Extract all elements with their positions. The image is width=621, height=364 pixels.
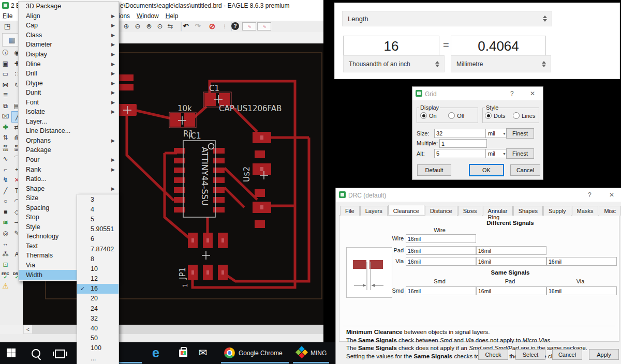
tab-annular-ring[interactable]: Annular Ring xyxy=(483,206,513,216)
zoom-select-icon[interactable]: ⊜ xyxy=(144,21,154,31)
edge-icon[interactable]: e xyxy=(152,345,159,360)
fab-quote-2-icon[interactable]: ∿ xyxy=(257,22,271,31)
display-off-radio[interactable]: Off xyxy=(448,111,464,119)
close-button[interactable]: ✕ xyxy=(609,191,614,199)
horizontal-scrollbar[interactable]: < xyxy=(23,325,323,334)
stop-icon[interactable]: ⊘ xyxy=(207,21,217,31)
context-menu-item-dunit[interactable]: Dunit▶ xyxy=(19,88,119,98)
zoom-redraw-icon[interactable]: ⊙ xyxy=(155,21,165,31)
layers-icon[interactable]: ▣ xyxy=(0,58,11,69)
context-menu-item-ratio[interactable]: Ratio... xyxy=(19,174,119,184)
clearance-smd-via-input[interactable]: 16mil xyxy=(546,286,617,295)
width-option-6[interactable]: 6 xyxy=(77,234,119,244)
task-view-icon[interactable] xyxy=(55,350,65,358)
context-menu-item-rank[interactable]: Rank▶ xyxy=(19,164,119,174)
context-menu-item-line-distance[interactable]: Line Distance... xyxy=(19,126,119,136)
clearance-via-via-input[interactable]: 16mil xyxy=(546,257,617,266)
tab-supply[interactable]: Supply xyxy=(543,206,571,216)
tab-misc[interactable]: Misc xyxy=(599,206,621,216)
tab-shapes[interactable]: Shapes xyxy=(513,206,543,216)
style-lines-radio[interactable]: Lines xyxy=(513,111,535,119)
optimize-icon[interactable]: ⌐ xyxy=(0,164,11,175)
start-button[interactable] xyxy=(7,348,16,357)
clearance-smd-pad-input[interactable]: 16mil xyxy=(476,286,546,295)
width-option-24[interactable]: 24 xyxy=(77,304,119,313)
clearance-wire-wire-input[interactable]: 16mil xyxy=(406,234,476,243)
tab-layers[interactable]: Layers xyxy=(360,206,388,216)
grid-dialog-titlebar[interactable]: Grid ? ✕ xyxy=(412,87,543,100)
width-option-4[interactable]: 4 xyxy=(77,204,119,214)
width-option-20[interactable]: 20 xyxy=(77,294,119,304)
context-menu-item-font[interactable]: Font▶ xyxy=(19,97,119,107)
size-input[interactable]: 32 xyxy=(434,129,487,138)
context-menu-item-layer[interactable]: Layer... xyxy=(19,117,119,127)
context-menu-item-display[interactable]: Display▶ xyxy=(19,50,119,59)
context-menu-item-orphans[interactable]: Orphans▶ xyxy=(19,136,119,146)
clearance-smd-smd-input[interactable]: 16mil xyxy=(406,286,476,295)
menu-help[interactable]: Help xyxy=(166,12,179,20)
redo-icon[interactable]: ↷ xyxy=(193,21,203,31)
circle-icon[interactable]: ○ xyxy=(0,196,11,206)
size-unit-combo[interactable]: mil▼ xyxy=(485,129,508,138)
meander-icon[interactable]: ∿ xyxy=(0,154,11,164)
mail-icon[interactable]: ✉ xyxy=(199,346,208,359)
clearance-pad-pad-input[interactable]: 16mil xyxy=(476,246,546,255)
mirror-icon[interactable]: ⋈ xyxy=(0,80,11,90)
context-menu-item-cap[interactable]: Cap▶ xyxy=(19,21,119,31)
style-dots-radio[interactable]: Dots xyxy=(485,111,508,119)
store-icon[interactable] xyxy=(179,350,187,357)
context-menu-item-dline[interactable]: Dline▶ xyxy=(19,59,119,69)
context-menu-item-isolate[interactable]: Isolate▶ xyxy=(19,107,119,117)
tab-sizes[interactable]: Sizes xyxy=(458,206,482,216)
fab-quote-1-icon[interactable]: ∿ xyxy=(242,22,256,31)
clearance-via-wire-input[interactable]: 16mil xyxy=(406,257,476,266)
pinswap-icon[interactable]: ⇅ xyxy=(0,132,11,143)
copy-icon[interactable]: ⧉ xyxy=(0,101,11,111)
wire-icon[interactable]: ╱ xyxy=(0,186,11,196)
search-icon[interactable] xyxy=(32,349,40,358)
default-button[interactable]: Default xyxy=(417,164,451,176)
tab-distance[interactable]: Distance xyxy=(425,206,457,216)
apply-button[interactable]: Apply xyxy=(589,349,619,360)
width-option-50[interactable]: 50 xyxy=(77,333,119,343)
context-menu-item-drill[interactable]: Drill▶ xyxy=(19,69,119,79)
context-menu-item-pour[interactable]: Pour▶ xyxy=(19,155,119,165)
display-on-radio[interactable]: On xyxy=(420,111,439,119)
info-icon[interactable]: ⓘ xyxy=(0,48,11,58)
cancel-button[interactable]: Cancel xyxy=(552,349,582,360)
help-button[interactable]: ? xyxy=(510,90,514,97)
ratsnest-icon[interactable]: ⁂ xyxy=(0,249,11,260)
align-icon[interactable]: ≣ xyxy=(0,90,11,100)
width-option-...[interactable]: ... xyxy=(77,353,119,363)
multiple-input[interactable]: 1 xyxy=(439,139,487,148)
clearance-via-pad-input[interactable]: 16mil xyxy=(476,257,546,266)
context-menu-item-class[interactable]: Class▶ xyxy=(19,31,119,40)
via-icon[interactable]: ≋ xyxy=(0,217,11,228)
clearance-pad-wire-input[interactable]: 16mil xyxy=(406,246,476,255)
context-menu-item-align[interactable]: Align▶ xyxy=(19,11,119,21)
width-option-5[interactable]: 5 xyxy=(77,214,119,224)
width-option-8[interactable]: 8 xyxy=(77,254,119,264)
check-button[interactable]: Check xyxy=(478,349,508,360)
width-option-7.87402[interactable]: 7.87402 xyxy=(77,244,119,254)
close-button[interactable]: ✕ xyxy=(530,90,535,97)
drc-dialog-titlebar[interactable]: DRC (default) ? ✕ xyxy=(336,188,621,202)
value-icon[interactable]: R210k xyxy=(0,143,11,154)
signal-width-icon[interactable]: ↔ xyxy=(0,238,11,249)
tab-file[interactable]: File xyxy=(340,206,360,216)
ming-taskbar-label[interactable]: MING xyxy=(310,350,327,357)
alt-unit-combo[interactable]: mil▼ xyxy=(485,149,508,158)
zoom-out-icon[interactable]: ⊖ xyxy=(132,21,143,31)
width-option-10[interactable]: 10 xyxy=(77,264,119,274)
scroll-left-button[interactable]: < xyxy=(24,325,32,333)
context-menu-item-shape[interactable]: Shape▶ xyxy=(19,184,119,193)
converter-from-input[interactable]: 16 xyxy=(343,36,439,56)
tab-masks[interactable]: Masks xyxy=(572,206,599,216)
cancel-button[interactable]: Cancel xyxy=(510,164,540,176)
undo-icon[interactable]: ↶ xyxy=(181,21,191,31)
open-icon[interactable]: ◳ xyxy=(2,21,12,31)
rect-icon[interactable]: ■ xyxy=(0,207,11,217)
context-menu-item-diameter[interactable]: Diameter▶ xyxy=(19,40,119,50)
hole-icon[interactable]: ◎ xyxy=(0,228,11,238)
context-menu-item-3d-package[interactable]: 3D Package xyxy=(19,2,119,11)
